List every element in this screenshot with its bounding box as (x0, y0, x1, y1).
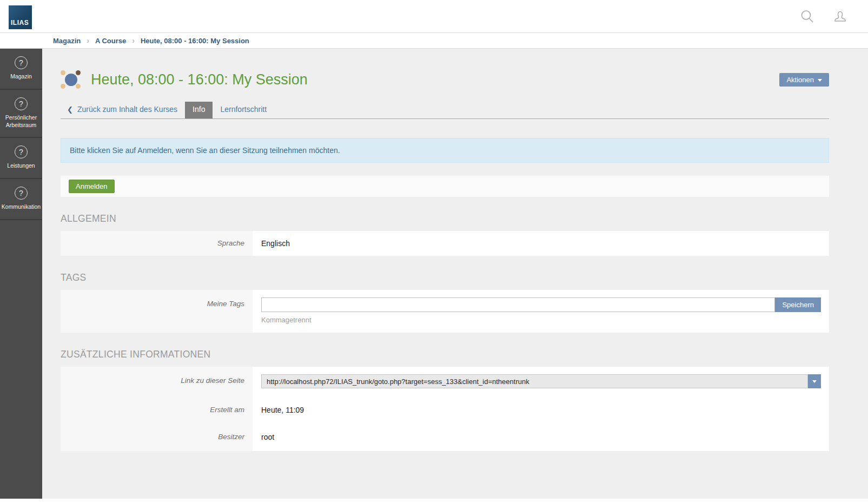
breadcrumb-session[interactable]: Heute, 08:00 - 16:00: My Session (141, 37, 249, 45)
tab-bar: ❮ Zurück zum Inhalt des Kurses Info Lern… (61, 102, 829, 119)
search-icon[interactable] (800, 9, 814, 24)
table-row: Meine Tags Speichern Kommagetrennt (61, 290, 829, 333)
session-icon (61, 70, 82, 89)
ilias-logo[interactable]: ILIAS (9, 5, 32, 29)
user-icon[interactable] (833, 9, 847, 24)
back-to-course-link[interactable]: ❮ Zurück zum Inhalt des Kurses (61, 102, 185, 118)
aktionen-button[interactable]: Aktionen (779, 73, 829, 87)
table-row: Erstellt am Heute, 11:09 (61, 396, 829, 424)
breadcrumb: Magazin › A Course › Heute, 08:00 - 16:0… (0, 32, 868, 49)
anmelden-button[interactable]: Anmelden (69, 180, 115, 193)
besitzer-label: Besitzer (61, 424, 253, 451)
sidebar-item-leistungen[interactable]: ? Leistungen (0, 138, 42, 179)
breadcrumb-magazin[interactable]: Magazin (53, 37, 81, 45)
speichern-button[interactable]: Speichern (775, 297, 821, 312)
sidebar-item-kommunikation[interactable]: ? Kommunikation (0, 179, 42, 220)
question-circle-icon: ? (15, 97, 28, 110)
section-title-tags: TAGS (61, 272, 829, 283)
permalink-input[interactable] (261, 374, 808, 388)
ilias-logo-text: ILIAS (11, 19, 29, 27)
zusaetzliche-block: Link zu dieser Seite Erstellt am Heute, … (61, 367, 829, 451)
tags-block: Meine Tags Speichern Kommagetrennt (61, 290, 829, 333)
main-sidebar: ? Magazin ? Persönlicher Arbeitsraum ? L… (0, 49, 42, 499)
breadcrumb-separator: › (132, 36, 135, 45)
breadcrumb-separator: › (87, 36, 89, 45)
sidebar-item-label: Kommunikation (2, 203, 41, 211)
table-row: Link zu dieser Seite (61, 367, 829, 396)
breadcrumb-course[interactable]: A Course (95, 37, 126, 45)
sidebar-item-persoenlicher-arbeitsraum[interactable]: ? Persönlicher Arbeitsraum (0, 90, 42, 138)
tags-input[interactable] (261, 297, 775, 312)
link-label: Link zu dieser Seite (61, 367, 253, 396)
question-circle-icon: ? (15, 56, 28, 69)
section-title-zusaetzliche-informationen: ZUSÄTZLICHE INFORMATIONEN (61, 349, 829, 360)
caret-down-icon (812, 380, 817, 383)
top-header: ILIAS (0, 0, 868, 32)
main-content: Heute, 08:00 - 16:00: My Session Aktione… (42, 49, 868, 499)
tags-helper-text: Kommagetrennt (261, 316, 821, 324)
erstellt-am-value: Heute, 11:09 (253, 396, 829, 424)
table-row: Besitzer root (61, 424, 829, 451)
meine-tags-label: Meine Tags (61, 290, 253, 333)
sprache-value: Englisch (253, 231, 829, 256)
table-row: Sprache Englisch (61, 231, 829, 256)
sidebar-item-label: Persönlicher Arbeitsraum (2, 114, 41, 129)
tab-lernfortschritt[interactable]: Lernfortschritt (213, 102, 274, 118)
footer-gap (0, 499, 868, 503)
besitzer-value: root (253, 424, 829, 451)
permalink-dropdown-button[interactable] (808, 374, 821, 388)
question-circle-icon: ? (15, 145, 28, 158)
sidebar-item-magazin[interactable]: ? Magazin (0, 49, 42, 90)
tab-info[interactable]: Info (185, 102, 213, 118)
chevron-left-icon: ❮ (67, 105, 73, 114)
allgemein-block: Sprache Englisch (61, 231, 829, 256)
caret-down-icon (818, 79, 822, 82)
sidebar-item-label: Magazin (10, 73, 32, 81)
action-strip: Anmelden (61, 176, 829, 197)
section-title-allgemein: ALLGEMEIN (61, 213, 829, 224)
erstellt-am-label: Erstellt am (61, 396, 253, 424)
info-alert: Bitte klicken Sie auf Anmelden, wenn Sie… (61, 138, 829, 163)
sidebar-item-label: Leistungen (7, 162, 35, 170)
question-circle-icon: ? (15, 187, 28, 200)
page-title: Heute, 08:00 - 16:00: My Session (91, 71, 308, 88)
sprache-label: Sprache (61, 231, 253, 256)
